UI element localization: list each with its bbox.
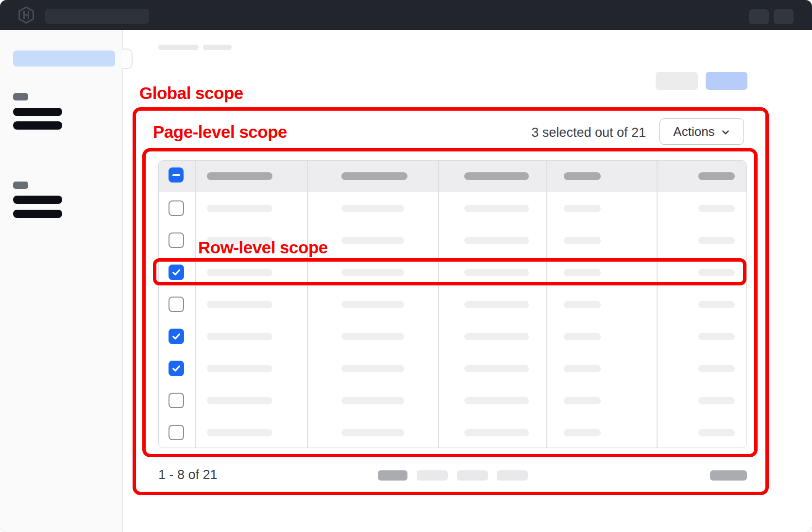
topbar-help-button[interactable] xyxy=(749,9,769,24)
table-header-row xyxy=(159,161,746,192)
pagination-next-button[interactable] xyxy=(710,470,747,481)
chevron-down-icon xyxy=(721,128,730,137)
cell-placeholder xyxy=(464,237,529,244)
cell-placeholder xyxy=(564,333,601,340)
column-header-placeholder xyxy=(341,172,407,180)
cell-placeholder xyxy=(698,301,735,308)
cell-placeholder xyxy=(341,237,404,244)
primary-action-button[interactable] xyxy=(706,72,747,90)
cell-placeholder xyxy=(207,365,272,372)
pagination-prev-button[interactable] xyxy=(378,470,407,481)
pagination-range-label: 1 - 8 of 21 xyxy=(158,467,218,482)
table-row xyxy=(159,352,746,384)
sidebar-collapse-tab[interactable] xyxy=(122,49,133,69)
sidebar-active-item[interactable] xyxy=(13,50,115,66)
cell-placeholder xyxy=(564,205,601,212)
check-icon xyxy=(171,267,182,278)
cell-placeholder xyxy=(207,301,272,308)
row-checkbox[interactable] xyxy=(169,393,184,408)
row-checkbox[interactable] xyxy=(169,361,184,376)
data-table xyxy=(158,160,747,448)
cell-placeholder xyxy=(698,205,735,212)
cell-placeholder xyxy=(341,365,404,372)
breadcrumb-item[interactable] xyxy=(203,45,232,50)
cell-placeholder xyxy=(207,397,272,404)
table-row xyxy=(159,416,746,449)
table-row xyxy=(159,192,746,224)
cell-placeholder xyxy=(698,397,735,404)
cell-placeholder xyxy=(207,205,272,212)
cell-placeholder xyxy=(564,237,601,244)
cell-placeholder xyxy=(341,333,404,340)
cell-placeholder xyxy=(464,397,529,404)
top-navigation-bar xyxy=(0,0,812,30)
cell-placeholder xyxy=(698,429,735,436)
row-checkbox[interactable] xyxy=(169,233,184,248)
app-window: Global scope Page-level scope Row-level … xyxy=(0,0,812,532)
secondary-action-button[interactable] xyxy=(656,72,698,90)
cell-placeholder xyxy=(464,429,529,436)
cell-placeholder xyxy=(464,301,529,308)
check-icon xyxy=(171,363,182,374)
cell-placeholder xyxy=(464,269,529,276)
sidebar-item[interactable] xyxy=(13,121,62,130)
pagination-page-button[interactable] xyxy=(417,470,448,481)
row-checkbox[interactable] xyxy=(169,200,184,216)
cell-placeholder xyxy=(341,269,404,276)
cell-placeholder xyxy=(464,205,529,212)
search-input[interactable] xyxy=(45,9,149,24)
actions-dropdown-button[interactable]: Actions xyxy=(660,118,744,145)
cell-placeholder xyxy=(207,333,272,340)
screenshot-stage: Global scope Page-level scope Row-level … xyxy=(0,0,812,532)
cell-placeholder xyxy=(698,365,735,372)
cell-placeholder xyxy=(207,269,272,276)
check-icon xyxy=(171,331,182,342)
table-row xyxy=(159,320,746,352)
pagination-page-button[interactable] xyxy=(497,470,528,481)
column-header-placeholder xyxy=(207,172,272,180)
cell-placeholder xyxy=(698,237,735,244)
cell-placeholder xyxy=(341,397,404,404)
cell-placeholder xyxy=(341,205,404,212)
cell-placeholder xyxy=(698,333,735,340)
column-header-placeholder xyxy=(698,172,735,180)
hashicorp-logo-icon xyxy=(17,6,35,24)
cell-placeholder xyxy=(464,365,529,372)
select-all-checkbox[interactable] xyxy=(169,167,184,183)
cell-placeholder xyxy=(698,269,735,276)
topbar-user-button[interactable] xyxy=(774,9,794,24)
cell-placeholder xyxy=(564,397,601,404)
column-header-placeholder xyxy=(464,172,529,180)
cell-placeholder xyxy=(464,333,529,340)
sidebar-item[interactable] xyxy=(13,108,62,116)
pagination-page-button[interactable] xyxy=(457,470,488,481)
sidebar-item[interactable] xyxy=(13,210,62,218)
sidebar-section-label xyxy=(13,182,28,189)
cell-placeholder xyxy=(207,429,272,436)
global-scope-label: Global scope xyxy=(139,83,243,103)
breadcrumb-item[interactable] xyxy=(158,45,199,50)
row-checkbox[interactable] xyxy=(169,265,184,280)
column-header-placeholder xyxy=(564,172,601,180)
sidebar xyxy=(0,30,123,532)
cell-placeholder xyxy=(341,429,404,436)
cell-placeholder xyxy=(341,301,404,308)
actions-button-label: Actions xyxy=(673,124,714,139)
sidebar-item[interactable] xyxy=(13,196,62,204)
page-level-scope-label: Page-level scope xyxy=(153,122,287,142)
cell-placeholder xyxy=(564,301,601,308)
table-row xyxy=(159,256,746,288)
table-row xyxy=(159,288,746,320)
cell-placeholder xyxy=(564,429,601,436)
row-level-scope-label: Row-level scope xyxy=(198,238,328,257)
row-checkbox[interactable] xyxy=(169,425,184,440)
cell-placeholder xyxy=(564,365,601,372)
cell-placeholder xyxy=(564,269,601,276)
selection-summary: 3 selected out of 21 xyxy=(500,125,646,140)
row-checkbox[interactable] xyxy=(169,329,184,344)
table-row xyxy=(159,384,746,416)
sidebar-section-label xyxy=(13,93,28,100)
row-checkbox[interactable] xyxy=(169,297,184,312)
